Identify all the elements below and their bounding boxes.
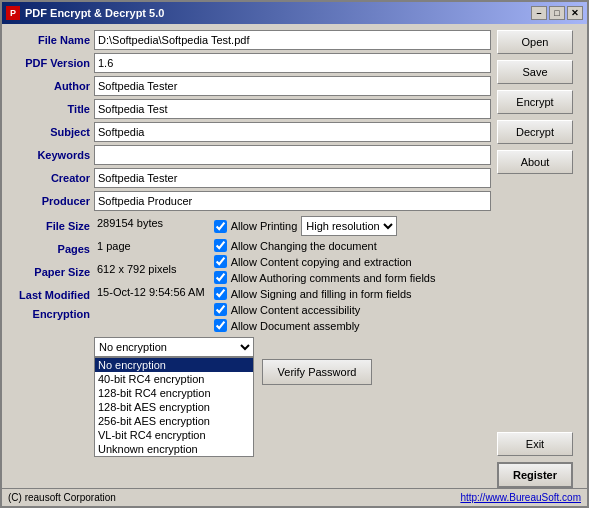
allow-copying-checkbox[interactable] xyxy=(214,255,227,268)
allow-changing-row: Allow Changing the document xyxy=(214,239,436,252)
allow-authoring-row: Allow Authoring comments and form fields xyxy=(214,271,436,284)
window-title: PDF Encrypt & Decrypt 5.0 xyxy=(25,7,531,19)
minimize-button[interactable]: – xyxy=(531,6,547,20)
allow-assembly-row: Allow Document assembly xyxy=(214,319,436,332)
allow-copying-label: Allow Content copying and extraction xyxy=(231,256,412,268)
allow-authoring-label: Allow Authoring comments and form fields xyxy=(231,272,436,284)
encryption-option-none[interactable]: No encryption xyxy=(95,358,253,372)
pdf-version-input[interactable] xyxy=(94,53,491,73)
paper-size-row: Paper Size 612 x 792 pixels xyxy=(8,262,208,282)
paper-size-label: Paper Size xyxy=(8,266,90,278)
allow-changing-label: Allow Changing the document xyxy=(231,240,377,252)
app-icon: P xyxy=(6,6,20,20)
creator-input[interactable] xyxy=(94,168,491,188)
allow-assembly-checkbox[interactable] xyxy=(214,319,227,332)
author-row: Author xyxy=(8,76,491,96)
file-name-input[interactable] xyxy=(94,30,491,50)
verify-password-button[interactable]: Verify Password xyxy=(262,359,372,385)
title-bar: P PDF Encrypt & Decrypt 5.0 – □ ✕ xyxy=(2,2,587,24)
author-input[interactable] xyxy=(94,76,491,96)
allow-changing-checkbox[interactable] xyxy=(214,239,227,252)
encryption-row: Encryption xyxy=(8,308,208,320)
file-name-row: File Name xyxy=(8,30,491,50)
title-label: Title xyxy=(8,103,90,115)
creator-row: Creator xyxy=(8,168,491,188)
encryption-dropdown[interactable]: No encryption 40-bit RC4 encryption 128-… xyxy=(94,357,254,457)
keywords-row: Keywords xyxy=(8,145,491,165)
website-link[interactable]: http://www.BureauSoft.com xyxy=(460,492,581,503)
encryption-option-unknown[interactable]: Unknown encryption xyxy=(95,442,253,456)
maximize-button[interactable]: □ xyxy=(549,6,565,20)
last-modified-value: 15-Oct-12 9:54:56 AM xyxy=(94,285,208,305)
title-row: Title xyxy=(8,99,491,119)
save-button[interactable]: Save xyxy=(497,60,573,84)
subject-label: Subject xyxy=(8,126,90,138)
encryption-option-vlrc4[interactable]: VL-bit RC4 encryption xyxy=(95,428,253,442)
encryption-option-256aes[interactable]: 256-bit AES encryption xyxy=(95,414,253,428)
last-modified-row: Last Modified 15-Oct-12 9:54:56 AM xyxy=(8,285,208,305)
pdf-version-row: PDF Version xyxy=(8,53,491,73)
about-button[interactable]: About xyxy=(497,150,573,174)
encryption-select[interactable]: No encryption xyxy=(94,337,254,357)
pages-row: Pages 1 page xyxy=(8,239,208,259)
subject-input[interactable] xyxy=(94,122,491,142)
footer-bar: (C) reausoft Corporation http://www.Bure… xyxy=(2,488,587,506)
allow-accessibility-row: Allow Content accessibility xyxy=(214,303,436,316)
allow-signing-checkbox[interactable] xyxy=(214,287,227,300)
producer-row: Producer xyxy=(8,191,491,211)
paper-size-value: 612 x 792 pixels xyxy=(94,262,208,282)
keywords-label: Keywords xyxy=(8,149,90,161)
allow-signing-row: Allow Signing and filling in form fields xyxy=(214,287,436,300)
register-button[interactable]: Register xyxy=(497,462,573,488)
pages-value: 1 page xyxy=(94,239,208,259)
creator-label: Creator xyxy=(8,172,90,184)
copyright-text: (C) reausoft Corporation xyxy=(8,492,116,503)
window-controls: – □ ✕ xyxy=(531,6,583,20)
allow-assembly-label: Allow Document assembly xyxy=(231,320,360,332)
keywords-input[interactable] xyxy=(94,145,491,165)
pdf-version-label: PDF Version xyxy=(8,57,90,69)
resolution-select[interactable]: High resolution Low resolution xyxy=(301,216,397,236)
encryption-label: Encryption xyxy=(8,308,90,320)
title-input[interactable] xyxy=(94,99,491,119)
subject-row: Subject xyxy=(8,122,491,142)
allow-copying-row: Allow Content copying and extraction xyxy=(214,255,436,268)
encryption-option-40rc4[interactable]: 40-bit RC4 encryption xyxy=(95,372,253,386)
open-button[interactable]: Open xyxy=(497,30,573,54)
allow-accessibility-checkbox[interactable] xyxy=(214,303,227,316)
exit-button[interactable]: Exit xyxy=(497,432,573,456)
allow-printing-label: Allow Printing xyxy=(231,220,298,232)
allow-printing-row: Allow Printing High resolution Low resol… xyxy=(214,216,436,236)
allow-accessibility-label: Allow Content accessibility xyxy=(231,304,361,316)
close-button[interactable]: ✕ xyxy=(567,6,583,20)
encryption-option-128rc4[interactable]: 128-bit RC4 encryption xyxy=(95,386,253,400)
decrypt-button[interactable]: Decrypt xyxy=(497,120,573,144)
file-size-row: File Size 289154 bytes xyxy=(8,216,208,236)
producer-label: Producer xyxy=(8,195,90,207)
allow-signing-label: Allow Signing and filling in form fields xyxy=(231,288,412,300)
encrypt-button[interactable]: Encrypt xyxy=(497,90,573,114)
encryption-option-128aes[interactable]: 128-bit AES encryption xyxy=(95,400,253,414)
pages-label: Pages xyxy=(8,243,90,255)
allow-printing-checkbox[interactable] xyxy=(214,220,227,233)
producer-input[interactable] xyxy=(94,191,491,211)
last-modified-label: Last Modified xyxy=(8,289,90,301)
allow-authoring-checkbox[interactable] xyxy=(214,271,227,284)
file-size-label: File Size xyxy=(8,220,90,232)
author-label: Author xyxy=(8,80,90,92)
side-buttons-panel: Open Save Encrypt Decrypt About Exit Reg… xyxy=(497,24,587,488)
file-size-value: 289154 bytes xyxy=(94,216,208,236)
file-name-label: File Name xyxy=(8,34,90,46)
